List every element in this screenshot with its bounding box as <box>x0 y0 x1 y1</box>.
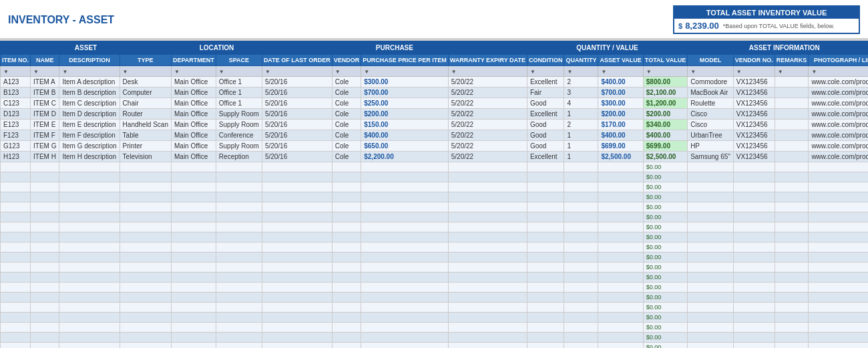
filter-quantity[interactable]: ▼ <box>564 66 598 77</box>
empty-cell <box>31 162 59 172</box>
empty-row: $0.00 <box>1 232 869 242</box>
empty-cell <box>564 263 598 273</box>
table-cell: ITEM H <box>31 152 59 162</box>
page-title: INVENTORY - ASSET <box>8 14 114 26</box>
empty-cell <box>216 222 262 232</box>
empty-cell <box>733 182 775 192</box>
empty-cell: $0.00 <box>643 313 687 323</box>
empty-cell <box>120 263 171 273</box>
empty-cell <box>733 283 775 293</box>
empty-cell <box>564 232 598 242</box>
table-cell: www.cole.com/product <box>809 130 868 141</box>
total-value-box: TOTAL ASSET INVENTORY VALUE $ 8,239.00 *… <box>673 5 860 34</box>
empty-cell <box>172 172 216 182</box>
filter-photo[interactable]: ▼ <box>809 66 868 77</box>
empty-cell <box>564 162 598 172</box>
empty-cell <box>733 202 775 212</box>
empty-cell <box>527 202 564 212</box>
empty-cell <box>120 293 171 303</box>
empty-cell <box>361 333 449 343</box>
empty-cell <box>598 222 643 232</box>
filter-remarks[interactable]: ▼ <box>775 66 809 77</box>
empty-cell <box>1 162 31 172</box>
table-cell: Desk <box>120 77 171 88</box>
empty-cell <box>688 222 734 232</box>
filter-type[interactable]: ▼ <box>120 66 171 77</box>
empty-cell <box>809 162 868 172</box>
empty-cell <box>598 232 643 242</box>
empty-cell <box>1 343 31 349</box>
table-cell: 5/20/16 <box>262 109 332 120</box>
table-cell: $400.00 <box>598 130 643 141</box>
empty-cell <box>59 313 120 323</box>
empty-cell <box>448 162 527 172</box>
table-cell: Good <box>527 141 564 152</box>
empty-cell <box>59 283 120 293</box>
table-cell: Cisco <box>688 120 734 130</box>
empty-cell <box>262 303 332 313</box>
empty-cell <box>31 222 59 232</box>
filter-condition[interactable]: ▼ <box>527 66 564 77</box>
empty-cell <box>1 182 31 192</box>
table-row: G123ITEM GItem G descriptionPrinterMain … <box>1 141 869 152</box>
filter-date[interactable]: ▼ <box>262 66 332 77</box>
filter-row[interactable]: ▼ ▼ ▼ ▼ ▼ ▼ ▼ ▼ ▼ ▼ ▼ ▼ ▼ ▼ ▼ ▼ ▼ ▼ <box>1 66 869 77</box>
filter-asset-value[interactable]: ▼ <box>598 66 643 77</box>
col-vendor-no: VENDOR NO. <box>733 55 775 66</box>
empty-cell <box>262 182 332 192</box>
table-cell <box>775 109 809 120</box>
filter-model[interactable]: ▼ <box>688 66 734 77</box>
empty-cell <box>688 263 734 273</box>
empty-cell <box>59 172 120 182</box>
empty-cell: $0.00 <box>643 212 687 222</box>
col-space: SPACE <box>216 55 262 66</box>
filter-item-no[interactable]: ▼ <box>1 66 31 77</box>
empty-cell <box>527 333 564 343</box>
empty-cell <box>775 192 809 202</box>
table-cell: Cole <box>332 98 361 109</box>
empty-cell <box>448 263 527 273</box>
empty-cell <box>120 212 171 222</box>
empty-cell <box>1 333 31 343</box>
filter-vendor[interactable]: ▼ <box>332 66 361 77</box>
table-cell <box>775 88 809 98</box>
empty-cell <box>775 202 809 212</box>
filter-vendor-no[interactable]: ▼ <box>733 66 775 77</box>
empty-cell <box>809 232 868 242</box>
empty-cell <box>598 192 643 202</box>
filter-total-value[interactable]: ▼ <box>643 66 687 77</box>
filter-description[interactable]: ▼ <box>59 66 120 77</box>
empty-cell <box>775 273 809 283</box>
empty-cell <box>1 273 31 283</box>
empty-cell <box>527 242 564 252</box>
empty-cell <box>688 182 734 192</box>
table-cell: ITEM F <box>31 130 59 141</box>
filter-department[interactable]: ▼ <box>172 66 216 77</box>
empty-cell <box>527 252 564 263</box>
table-row: F123ITEM FItem F descriptionTableMain Of… <box>1 130 869 141</box>
empty-cell <box>31 323 59 333</box>
table-cell: www.cole.com/product <box>809 77 868 88</box>
empty-cell <box>564 202 598 212</box>
empty-cell <box>809 222 868 232</box>
filter-name[interactable]: ▼ <box>31 66 59 77</box>
col-model: MODEL <box>688 55 734 66</box>
filter-price[interactable]: ▼ <box>361 66 449 77</box>
empty-cell <box>120 252 171 263</box>
empty-cell <box>361 313 449 323</box>
empty-row: $0.00 <box>1 343 869 349</box>
table-cell: VX123456 <box>733 120 775 130</box>
empty-cell <box>332 293 361 303</box>
filter-space[interactable]: ▼ <box>216 66 262 77</box>
empty-cell <box>216 333 262 343</box>
col-remarks: REMARKS <box>775 55 809 66</box>
empty-cell <box>31 192 59 202</box>
table-cell: Main Office <box>172 88 216 98</box>
empty-cell <box>448 333 527 343</box>
table-cell: www.cole.com/product <box>809 152 868 162</box>
filter-warranty[interactable]: ▼ <box>448 66 527 77</box>
col-department: DEPARTMENT <box>172 55 216 66</box>
empty-row: $0.00 <box>1 212 869 222</box>
empty-cell <box>688 192 734 202</box>
empty-cell <box>809 182 868 192</box>
